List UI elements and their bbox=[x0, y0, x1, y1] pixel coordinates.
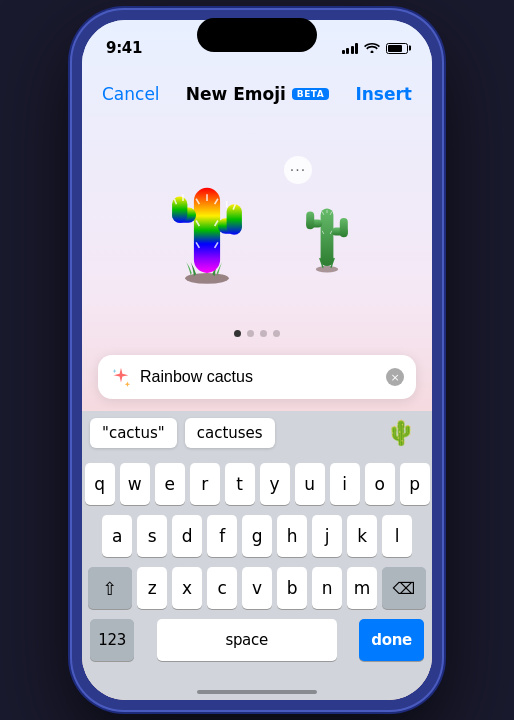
key-l[interactable]: l bbox=[382, 515, 412, 557]
search-container: × bbox=[98, 355, 416, 399]
beta-badge: BETA bbox=[292, 88, 329, 100]
svg-point-17 bbox=[316, 266, 338, 272]
key-j[interactable]: j bbox=[312, 515, 342, 557]
search-input[interactable] bbox=[140, 368, 378, 386]
key-n[interactable]: n bbox=[312, 567, 342, 609]
key-t[interactable]: t bbox=[225, 463, 255, 505]
key-v[interactable]: v bbox=[242, 567, 272, 609]
done-key[interactable]: done bbox=[359, 619, 424, 661]
more-options-button[interactable]: ··· bbox=[284, 156, 312, 184]
key-i[interactable]: i bbox=[330, 463, 360, 505]
rainbow-cactus-emoji[interactable] bbox=[152, 166, 262, 286]
svg-rect-20 bbox=[306, 212, 314, 230]
dot-3[interactable] bbox=[260, 330, 267, 337]
status-icons bbox=[342, 41, 409, 56]
svg-rect-18 bbox=[321, 208, 334, 266]
dot-1[interactable] bbox=[234, 330, 241, 337]
autocomplete-item-cactuses[interactable]: cactuses bbox=[185, 418, 275, 448]
key-y[interactable]: y bbox=[260, 463, 290, 505]
content-area: 9:41 bbox=[82, 20, 432, 700]
shift-key[interactable]: ⇧ bbox=[88, 567, 132, 609]
wifi-icon bbox=[364, 41, 380, 56]
key-d[interactable]: d bbox=[172, 515, 202, 557]
emoji-display-area: ··· bbox=[82, 116, 432, 336]
key-f[interactable]: f bbox=[207, 515, 237, 557]
number-key[interactable]: 123 bbox=[90, 619, 134, 661]
keyboard-bottom-row: 123 space done bbox=[86, 619, 428, 661]
key-a[interactable]: a bbox=[102, 515, 132, 557]
key-z[interactable]: z bbox=[137, 567, 167, 609]
dot-2[interactable] bbox=[247, 330, 254, 337]
status-time: 9:41 bbox=[106, 39, 142, 57]
key-p[interactable]: p bbox=[400, 463, 430, 505]
space-key[interactable]: space bbox=[157, 619, 337, 661]
keyboard-row-1: q w e r t y u i o p bbox=[86, 463, 428, 505]
delete-key[interactable]: ⌫ bbox=[382, 567, 426, 609]
keyboard: q w e r t y u i o p a s d f g bbox=[82, 455, 432, 700]
keyboard-row-2: a s d f g h j k l bbox=[86, 515, 428, 557]
key-m[interactable]: m bbox=[347, 567, 377, 609]
nav-title-container: New Emoji BETA bbox=[186, 84, 329, 104]
key-q[interactable]: q bbox=[85, 463, 115, 505]
clear-search-button[interactable]: × bbox=[386, 368, 404, 386]
autocomplete-emoji-suggestion[interactable]: 🌵 bbox=[378, 415, 424, 451]
small-cactus-emoji bbox=[292, 194, 362, 274]
key-u[interactable]: u bbox=[295, 463, 325, 505]
key-k[interactable]: k bbox=[347, 515, 377, 557]
key-g[interactable]: g bbox=[242, 515, 272, 557]
battery-icon bbox=[386, 43, 408, 54]
main-emoji-container: ··· bbox=[152, 166, 262, 286]
svg-point-0 bbox=[185, 273, 229, 284]
key-r[interactable]: r bbox=[190, 463, 220, 505]
cancel-button[interactable]: Cancel bbox=[102, 84, 160, 104]
key-x[interactable]: x bbox=[172, 567, 202, 609]
autocomplete-item-cactus[interactable]: "cactus" bbox=[90, 418, 177, 448]
signal-icon bbox=[342, 43, 359, 54]
key-c[interactable]: c bbox=[207, 567, 237, 609]
home-indicator bbox=[197, 690, 317, 694]
sparkle-icon bbox=[110, 366, 132, 388]
key-s[interactable]: s bbox=[137, 515, 167, 557]
phone-screen: 9:41 bbox=[82, 20, 432, 700]
insert-button[interactable]: Insert bbox=[355, 84, 412, 104]
autocomplete-bar: "cactus" cactuses 🌵 bbox=[82, 411, 432, 455]
nav-bar: Cancel New Emoji BETA Insert bbox=[82, 72, 432, 116]
dot-4[interactable] bbox=[273, 330, 280, 337]
key-o[interactable]: o bbox=[365, 463, 395, 505]
key-h[interactable]: h bbox=[277, 515, 307, 557]
dynamic-island bbox=[197, 18, 317, 52]
keyboard-row-3: ⇧ z x c v b n m ⌫ bbox=[86, 567, 428, 609]
key-e[interactable]: e bbox=[155, 463, 185, 505]
key-b[interactable]: b bbox=[277, 567, 307, 609]
secondary-emoji-container bbox=[292, 174, 362, 278]
nav-title: New Emoji bbox=[186, 84, 286, 104]
svg-rect-22 bbox=[340, 218, 348, 237]
key-w[interactable]: w bbox=[120, 463, 150, 505]
phone-frame: 9:41 bbox=[72, 10, 442, 710]
pagination-dots bbox=[82, 330, 432, 337]
